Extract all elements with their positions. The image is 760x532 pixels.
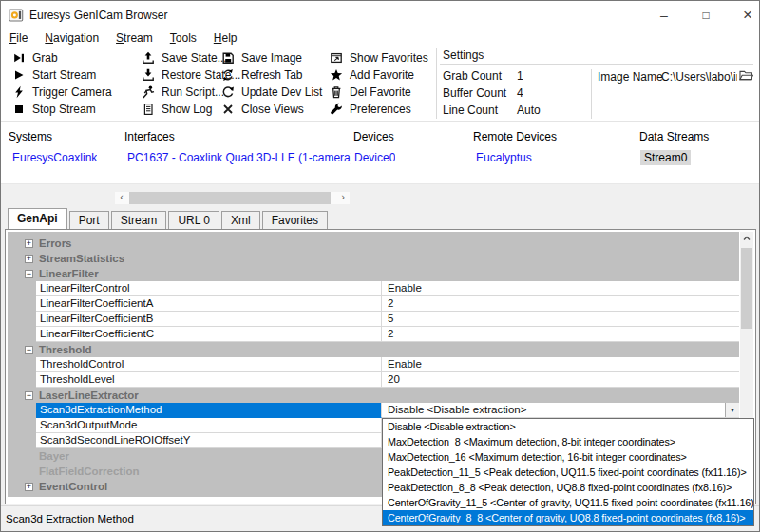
dropdown-item[interactable]: CenterOfGravity_11_5 <Center of gravity,… (383, 495, 753, 510)
dropdown-item[interactable]: PeakDetection_11_5 <Peak detection, UQ11… (383, 465, 753, 480)
save-image-button[interactable]: Save Image (221, 49, 322, 66)
property-row[interactable]: ThresholdControl Enable (8, 357, 739, 372)
line-count-value[interactable]: Auto (509, 104, 541, 117)
category-row[interactable]: − LinearFilter (8, 266, 739, 281)
lightning-icon (12, 86, 26, 99)
stop-stream-button[interactable]: Stop Stream (12, 101, 112, 118)
stop-icon (12, 103, 26, 116)
devices-header: Devices (353, 130, 394, 143)
collapse-icon[interactable]: − (25, 270, 33, 278)
expand-icon[interactable]: + (25, 255, 33, 263)
menu-navigation[interactable]: Navigation (36, 29, 107, 47)
property-row-selected[interactable]: Scan3dExtractionMethod Disable <Disable … (8, 403, 739, 418)
add-favorite-button[interactable]: Add Favorite (330, 66, 428, 84)
tab-genapi[interactable]: GenApi (8, 208, 67, 229)
dropdown-item[interactable]: PeakDetection_8_8 <Peak detection, UQ8.8… (383, 480, 753, 495)
app-window: Euresys GenICam Browser – □ × File Navig… (0, 0, 760, 532)
close-button[interactable]: × (729, 1, 760, 29)
preferences-button[interactable]: Preferences (330, 101, 428, 118)
menu-bar: File Navigation Stream Tools Help (1, 29, 759, 47)
toolbar-separator-2 (591, 69, 592, 119)
star-icon (330, 68, 343, 82)
window-title: Euresys GenICam Browser (29, 9, 167, 22)
menu-help[interactable]: Help (205, 29, 246, 47)
close-views-icon (221, 103, 235, 116)
settings-title: Settings (443, 48, 484, 62)
hscrollbar-thumb[interactable] (129, 192, 331, 204)
scroll-left-icon[interactable]: ‹ (115, 192, 128, 204)
play-icon (12, 68, 26, 82)
data-streams-header: Data Streams (639, 130, 709, 143)
save-image-icon (221, 51, 235, 65)
minimize-button[interactable]: – (645, 1, 683, 29)
start-stream-button[interactable]: Start Stream (12, 66, 112, 84)
image-name-value[interactable]: C:\Users\labo\ima (661, 70, 737, 84)
line-count-label: Line Count (443, 104, 509, 117)
del-favorite-button[interactable]: Del Favorite (330, 84, 428, 101)
menu-tools[interactable]: Tools (162, 29, 205, 47)
settings-rule (440, 64, 753, 65)
collapse-icon[interactable]: − (25, 391, 33, 400)
property-row[interactable]: ThresholdLevel 20 (8, 372, 739, 388)
system-link[interactable]: EuresysCoaxlink (12, 151, 97, 164)
grab-count-label: Grab Count (443, 69, 509, 83)
category-row[interactable]: + Errors (8, 236, 739, 251)
property-row[interactable]: LinearFilterControl Enable (8, 281, 739, 296)
explorer-hscrollbar[interactable]: ‹ › (115, 192, 350, 204)
scroll-up-icon[interactable] (740, 232, 753, 245)
combo-dropdown-icon[interactable]: ▼ (725, 403, 739, 417)
remote-devices-header: Remote Devices (473, 130, 557, 143)
restore-state-icon (142, 68, 155, 82)
tab-url0[interactable]: URL 0 (168, 211, 219, 229)
maximize-button[interactable]: □ (687, 1, 725, 29)
update-dev-list-button[interactable]: Update Dev List (221, 84, 322, 101)
category-row[interactable]: − LaserLineExtractor (8, 388, 739, 403)
buffer-count-value[interactable]: 4 (509, 86, 523, 100)
dropdown-item-highlighted[interactable]: CenterOfGravity_8_8 <Center of gravity, … (383, 510, 753, 525)
expand-icon[interactable]: + (25, 483, 33, 491)
refresh-icon (221, 68, 235, 82)
extraction-method-combobox[interactable]: Disable <Disable extraction> ▼ (382, 403, 739, 418)
tab-stream[interactable]: Stream (111, 211, 167, 229)
dropdown-item[interactable]: MaxDetection_16 <Maximum detection, 16-b… (383, 449, 753, 465)
show-favorites-button[interactable]: Show Favorites (330, 49, 428, 66)
wrench-icon (330, 103, 343, 116)
property-row[interactable]: LinearFilterCoefficientC 2 (8, 327, 739, 342)
show-log-icon (142, 103, 155, 116)
image-name-label: Image Name (598, 70, 663, 84)
property-row[interactable]: LinearFilterCoefficientA 2 (8, 296, 739, 312)
data-stream-item-selected[interactable]: Stream0 (640, 150, 691, 165)
dropdown-item[interactable]: MaxDetection_8 <Maximum detection, 8-bit… (383, 434, 753, 449)
scroll-right-icon[interactable]: › (336, 192, 350, 204)
trigger-camera-button[interactable]: Trigger Camera (12, 84, 112, 101)
run-script-icon (142, 86, 155, 99)
grab-count-value[interactable]: 1 (509, 69, 523, 83)
dropdown-item[interactable]: Disable <Disable extraction> (383, 419, 753, 434)
interface-link[interactable]: PC1637 - Coaxlink Quad 3D-LLE (1-camera)… (127, 151, 352, 164)
grab-button[interactable]: Grab (12, 49, 112, 66)
property-row[interactable]: LinearFilterCoefficientB 5 (8, 312, 739, 327)
app-logo-icon (9, 8, 24, 23)
device-link[interactable]: Device0 (354, 151, 395, 164)
category-row[interactable]: − Threshold (8, 342, 739, 357)
device-explorer: Systems Interfaces Devices Remote Device… (1, 122, 759, 184)
browse-folder-icon[interactable] (739, 68, 753, 83)
collapse-icon[interactable]: − (25, 346, 33, 354)
refresh-tab-button[interactable]: Refresh Tab (221, 66, 322, 84)
grab-icon (12, 51, 26, 65)
tab-xml[interactable]: Xml (221, 211, 260, 229)
category-row[interactable]: + StreamStatistics (8, 251, 739, 266)
vscrollbar-thumb[interactable] (741, 248, 752, 329)
expand-icon[interactable]: + (25, 239, 33, 248)
buffer-count-label: Buffer Count (443, 86, 509, 100)
tab-port[interactable]: Port (69, 211, 109, 229)
interfaces-header: Interfaces (124, 130, 175, 143)
status-text: Scan3d Extraction Method (6, 513, 134, 524)
remote-device-link[interactable]: Eucalyptus (476, 151, 532, 164)
title-bar: Euresys GenICam Browser – □ × (1, 1, 759, 29)
menu-stream[interactable]: Stream (107, 29, 162, 47)
extraction-method-dropdown-list: Disable <Disable extraction> MaxDetectio… (382, 418, 754, 526)
menu-file[interactable]: File (8, 29, 36, 47)
tab-favorites[interactable]: Favorites (262, 211, 328, 229)
close-views-button[interactable]: Close Views (221, 101, 322, 118)
